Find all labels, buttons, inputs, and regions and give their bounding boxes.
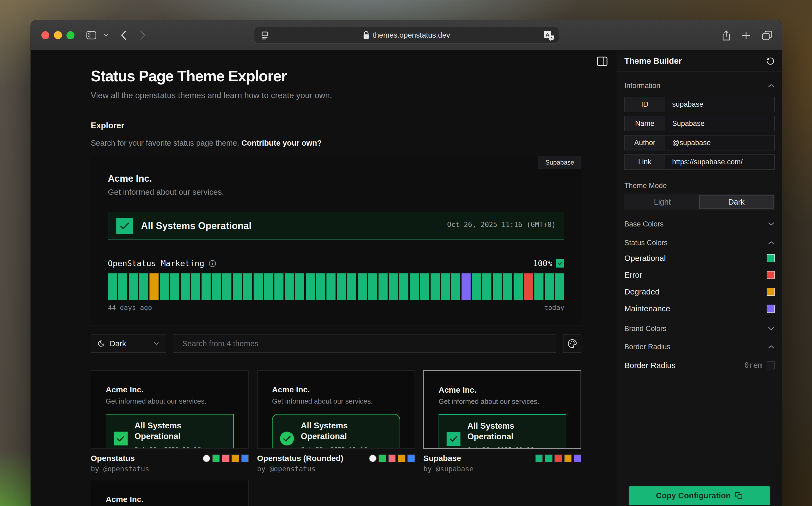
uptime-bar-operational[interactable] (337, 273, 346, 300)
uptime-bar-operational[interactable] (493, 273, 502, 300)
uptime-bar-operational[interactable] (316, 273, 325, 300)
uptime-bar-operational[interactable] (389, 273, 398, 300)
uptime-bar-operational[interactable] (545, 273, 554, 300)
uptime-bar-operational[interactable] (295, 273, 304, 300)
uptime-bar-operational[interactable] (202, 273, 211, 300)
share-icon[interactable] (722, 30, 730, 40)
uptime-bar-operational[interactable] (514, 273, 523, 300)
uptime-bar-operational[interactable] (264, 273, 273, 300)
sidebar-chevron-down-icon[interactable] (103, 33, 108, 37)
uptime-bar-operational[interactable] (253, 273, 263, 300)
info-value-input[interactable]: Supabase (665, 116, 774, 131)
info-icon[interactable] (209, 260, 217, 267)
uptime-bar-operational[interactable] (108, 273, 117, 300)
border-radius-swatch[interactable] (766, 361, 774, 369)
uptime-bar-operational[interactable] (181, 273, 190, 300)
reset-icon[interactable] (766, 57, 774, 65)
info-value-input[interactable]: https://supabase.com/ (665, 155, 774, 169)
uptime-bar-operational[interactable] (191, 273, 200, 300)
uptime-bar-operational[interactable] (160, 273, 169, 300)
section-border-radius[interactable]: Border Radius (624, 340, 774, 354)
palette-button[interactable] (563, 334, 581, 353)
uptime-bar-operational[interactable] (129, 273, 138, 300)
status-color-swatch[interactable] (766, 288, 774, 296)
uptime-bar-operational[interactable] (118, 273, 127, 300)
theme-card-preview[interactable]: Acme Inc.Get informed about our services… (91, 480, 249, 506)
uptime-bar-error[interactable] (524, 273, 533, 300)
uptime-bar-operational[interactable] (243, 273, 252, 300)
new-tab-icon[interactable] (742, 31, 751, 40)
section-base-colors[interactable]: Base Colors (624, 217, 774, 231)
status-color-swatch[interactable] (766, 305, 774, 313)
mode-option-light[interactable]: Light (625, 195, 699, 208)
mode-option-dark[interactable]: Dark (699, 195, 774, 208)
theme-mode-dropdown[interactable]: Dark (91, 334, 166, 353)
uptime-bar-operational[interactable] (431, 273, 440, 300)
search-input[interactable] (176, 339, 553, 348)
section-status-colors[interactable]: Status Colors (624, 236, 774, 250)
uptime-bar-operational[interactable] (233, 273, 242, 300)
status-color-swatch[interactable] (766, 271, 774, 279)
uptime-bar-operational[interactable] (274, 273, 284, 300)
section-brand-colors[interactable]: Brand Colors (624, 322, 774, 336)
back-button[interactable] (121, 30, 127, 40)
uptime-bar-operational[interactable] (399, 273, 409, 300)
uptime-bar-operational[interactable] (472, 273, 481, 300)
reader-icon[interactable] (260, 31, 269, 40)
uptime-bar-operational[interactable] (368, 273, 377, 300)
mini-check-icon (447, 432, 460, 446)
panel-toggle-icon[interactable] (596, 55, 609, 68)
uptime-bar-operational[interactable] (358, 273, 367, 300)
uptime-bar-operational[interactable] (347, 273, 356, 300)
theme-name[interactable]: Openstatus (Rounded) (257, 454, 343, 463)
uptime-bar-operational[interactable] (306, 273, 315, 300)
uptime-bar-operational[interactable] (555, 273, 564, 300)
theme-name[interactable]: Openstatus (91, 454, 135, 463)
address-bar[interactable]: themes.openstatus.dev A x (254, 27, 559, 44)
uptime-bar-operational[interactable] (420, 273, 429, 300)
tab-overview-icon[interactable] (762, 30, 772, 40)
uptime-bar-operational[interactable] (212, 273, 221, 300)
info-value-input[interactable]: @supabase (665, 136, 774, 150)
contribute-link[interactable]: Contribute your own? (241, 139, 322, 147)
uptime-bar-maintenance[interactable] (461, 273, 470, 300)
uptime-bar-operational[interactable] (378, 273, 387, 300)
mini-status-timestamp: Oct 26, 2025 11:16 (GMT+0) (467, 446, 558, 449)
theme-card-preview[interactable]: Acme Inc.Get informed about our services… (91, 370, 249, 449)
border-radius-value[interactable]: 0rem (744, 361, 762, 370)
status-timestamp[interactable]: Oct 26, 2025 11:16 (GMT+0) (447, 221, 556, 231)
uptime-bar-operational[interactable] (410, 273, 419, 300)
url-text: themes.openstatus.dev (373, 31, 450, 39)
theme-builder-sidebar: Theme Builder Information IDsupabaseName… (616, 51, 782, 506)
forward-button[interactable] (140, 30, 146, 40)
section-information[interactable]: Information (624, 79, 774, 93)
monitor-name[interactable]: OpenStatus Marketing (108, 259, 204, 268)
uptime-bar-operational[interactable] (441, 273, 450, 300)
theme-mode-label: Theme Mode (624, 182, 774, 190)
uptime-bar-operational[interactable] (285, 273, 294, 300)
theme-name[interactable]: Supabase (423, 454, 461, 463)
uptime-bar-operational[interactable] (222, 273, 231, 300)
translate-icon[interactable]: A x (543, 30, 555, 41)
uptime-bar-operational[interactable] (451, 273, 460, 300)
uptime-bar-operational[interactable] (326, 273, 336, 300)
uptime-bar-operational[interactable] (503, 273, 512, 300)
close-window-button[interactable] (42, 31, 49, 39)
copy-configuration-button[interactable]: Copy Configuration (629, 486, 770, 505)
zoom-window-button[interactable] (66, 31, 74, 39)
info-value-input[interactable]: supabase (665, 97, 774, 112)
theme-search (173, 334, 556, 353)
theme-card-preview[interactable]: Acme Inc.Get informed about our services… (423, 370, 581, 449)
uptime-bar-operational[interactable] (170, 273, 179, 300)
uptime-bar-degraded[interactable] (149, 273, 159, 300)
page-title: Status Page Theme Explorer (91, 67, 581, 85)
sidebar-toggle-icon[interactable] (86, 31, 96, 39)
minimize-window-button[interactable] (54, 31, 62, 39)
theme-card-preview[interactable]: Acme Inc.Get informed about our services… (257, 370, 415, 449)
uptime-bar-operational[interactable] (482, 273, 492, 300)
uptime-bar-operational[interactable] (534, 273, 543, 300)
main-content: Status Page Theme Explorer View all the … (31, 51, 616, 506)
theme-card-block: Acme Inc.Get informed about our services… (91, 480, 249, 506)
uptime-bar-operational[interactable] (139, 273, 148, 300)
status-color-swatch[interactable] (766, 254, 774, 262)
